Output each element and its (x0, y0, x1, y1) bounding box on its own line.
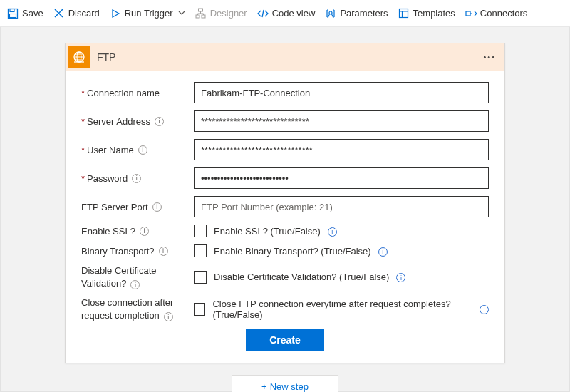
server-address-label: *Server Addressi (81, 116, 194, 127)
password-label: *Passwordi (81, 173, 194, 184)
templates-label: Templates (413, 8, 455, 19)
close-connection-checkbox[interactable] (194, 303, 205, 316)
enable-ssl-check-label: Enable SSL? (True/False)i (214, 226, 337, 237)
info-icon[interactable]: i (140, 227, 149, 236)
code-view-label: Code view (272, 8, 316, 19)
user-name-input[interactable] (194, 139, 489, 160)
connectors-label: Connectors (480, 8, 527, 19)
info-icon[interactable]: i (152, 202, 162, 212)
parameters-icon (325, 8, 336, 19)
connectors-icon (465, 8, 477, 19)
discard-label: Discard (68, 8, 100, 19)
ftp-port-input[interactable] (194, 196, 489, 217)
card-body: *Connection name *Server Addressi *User … (66, 71, 504, 363)
create-button[interactable]: Create (246, 329, 324, 351)
ftp-port-label: FTP Server Porti (81, 202, 194, 212)
designer-icon (195, 8, 207, 19)
connectors-button[interactable]: Connectors (465, 8, 527, 19)
enable-ssl-checkbox[interactable] (194, 225, 207, 237)
chevron-down-icon (178, 8, 185, 19)
svg-rect-7 (400, 9, 408, 18)
svg-rect-2 (10, 14, 16, 17)
enable-ssl-label: Enable SSL?i (81, 226, 194, 237)
card-title: FTP (97, 51, 475, 63)
code-view-icon (257, 8, 269, 19)
designer-button: Designer (195, 8, 247, 19)
svg-rect-4 (196, 15, 200, 18)
info-icon[interactable]: i (480, 305, 489, 314)
connection-name-input[interactable] (194, 82, 489, 103)
password-input[interactable] (194, 167, 489, 189)
new-step-button[interactable]: + New step (232, 375, 338, 392)
info-icon[interactable]: i (132, 174, 141, 183)
parameters-label: Parameters (340, 8, 388, 19)
card-menu-button[interactable]: ••• (475, 53, 504, 61)
card-header[interactable]: FTP ••• (66, 43, 504, 71)
designer-label: Designer (210, 8, 247, 19)
disable-cert-checkbox[interactable] (194, 271, 207, 284)
toolbar: Save Discard Run Trigger Designer Code v… (0, 0, 570, 27)
save-label: Save (22, 8, 43, 19)
info-icon[interactable]: i (138, 145, 147, 155)
info-icon[interactable]: i (130, 280, 140, 289)
disable-cert-check-label: Disable Certificate Validation? (True/Fa… (214, 272, 405, 282)
connection-name-label: *Connection name (81, 88, 194, 98)
ftp-card: FTP ••• *Connection name *Server Address… (65, 43, 505, 363)
binary-transport-check-label: Enable Binary Transport? (True/False)i (214, 246, 388, 257)
discard-button[interactable]: Discard (53, 8, 100, 19)
info-icon[interactable]: i (164, 312, 173, 321)
info-icon[interactable]: i (155, 117, 164, 126)
info-icon[interactable]: i (328, 227, 337, 237)
templates-button[interactable]: Templates (398, 8, 455, 19)
svg-point-6 (329, 11, 332, 14)
disable-cert-label: Disable Certificate Validation?i (81, 264, 194, 289)
user-name-label: *User Namei (81, 145, 194, 155)
svg-rect-8 (466, 11, 470, 16)
workspace: FTP ••• *Connection name *Server Address… (0, 27, 570, 392)
run-trigger-label: Run Trigger (125, 8, 173, 19)
close-connection-check-label: Close FTP connection everytime after req… (212, 299, 489, 320)
run-trigger-button[interactable]: Run Trigger (110, 8, 185, 19)
play-icon (110, 8, 121, 19)
info-icon[interactable]: i (378, 247, 388, 257)
discard-icon (53, 8, 65, 19)
svg-rect-5 (202, 15, 205, 18)
save-icon (7, 8, 19, 19)
server-address-input[interactable] (194, 110, 489, 132)
save-button[interactable]: Save (7, 8, 43, 19)
code-view-button[interactable]: Code view (257, 8, 316, 19)
parameters-button[interactable]: Parameters (325, 8, 388, 19)
info-icon[interactable]: i (159, 247, 168, 256)
ftp-icon (68, 46, 90, 68)
templates-icon (398, 8, 410, 19)
close-connection-label: Close connection after request completio… (81, 296, 194, 321)
svg-rect-3 (199, 9, 203, 11)
plus-icon: + (261, 381, 267, 392)
binary-transport-checkbox[interactable] (194, 244, 207, 257)
binary-transport-label: Binary Transport?i (81, 246, 194, 257)
new-step-label: New step (270, 381, 309, 392)
info-icon[interactable]: i (396, 273, 405, 282)
